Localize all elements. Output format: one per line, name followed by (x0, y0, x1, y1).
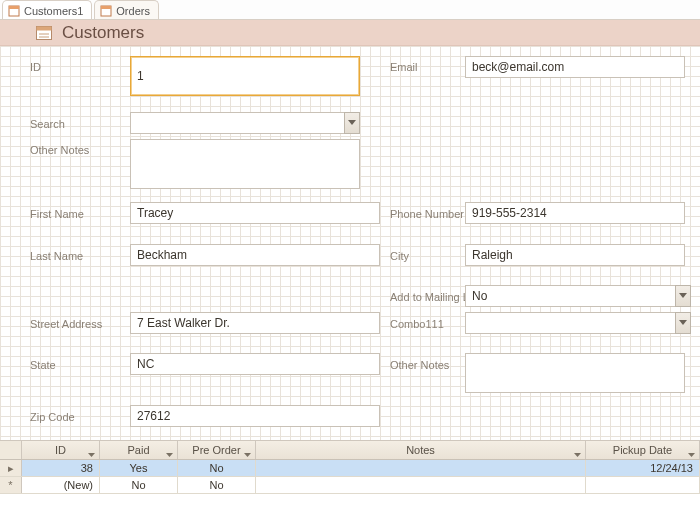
dropdown-button[interactable] (344, 112, 360, 134)
label-state: State (30, 359, 56, 371)
tab-label: Orders (116, 5, 150, 17)
col-preorder[interactable]: Pre Order (178, 441, 256, 459)
combo111-combo[interactable] (465, 312, 691, 334)
document-tabs: Customers1 Orders (0, 0, 700, 20)
label-combo111: Combo111 (390, 318, 444, 330)
label-lastname: Last Name (30, 250, 83, 262)
mailing-input[interactable] (465, 285, 675, 307)
row-selector-new[interactable]: * (0, 477, 22, 493)
cell-notes[interactable] (256, 460, 586, 476)
label-phone: Phone Number (390, 208, 464, 220)
col-paid[interactable]: Paid (100, 441, 178, 459)
cell-id[interactable]: (New) (22, 477, 100, 493)
svg-rect-3 (101, 6, 111, 9)
col-pickupdate[interactable]: Pickup Date (586, 441, 700, 459)
chevron-down-icon (688, 448, 695, 453)
label-email: Email (390, 61, 418, 73)
tab-customers[interactable]: Customers1 (2, 0, 92, 19)
label-street: Street Address (30, 318, 102, 330)
tab-orders[interactable]: Orders (94, 0, 159, 19)
cell-preorder[interactable]: No (178, 477, 256, 493)
search-input[interactable] (130, 112, 344, 134)
phone-field[interactable] (465, 202, 685, 224)
email-field[interactable] (465, 56, 685, 78)
cell-paid[interactable]: Yes (100, 460, 178, 476)
label-city: City (390, 250, 409, 262)
row-selector-current[interactable]: ▸ (0, 460, 22, 476)
col-notes[interactable]: Notes (256, 441, 586, 459)
chevron-down-icon (574, 448, 581, 453)
othernotes-right-field[interactable] (465, 353, 685, 393)
dropdown-button[interactable] (675, 312, 691, 334)
col-id[interactable]: ID (22, 441, 100, 459)
cell-paid[interactable]: No (100, 477, 178, 493)
table-row-new[interactable]: * (New) No No (0, 477, 700, 494)
select-all-cell[interactable] (0, 441, 22, 459)
label-id: ID (30, 61, 41, 73)
mailing-combo[interactable] (465, 285, 691, 307)
lastname-field[interactable] (130, 244, 380, 266)
chevron-down-icon (88, 448, 95, 453)
svg-rect-5 (37, 26, 52, 30)
cell-pickup[interactable]: 12/24/13 (586, 460, 700, 476)
cell-pickup[interactable] (586, 477, 700, 493)
street-field[interactable] (130, 312, 380, 334)
cell-preorder[interactable]: No (178, 460, 256, 476)
tab-label: Customers1 (24, 5, 83, 17)
cell-id[interactable]: 38 (22, 460, 100, 476)
firstname-field[interactable] (130, 202, 380, 224)
chevron-down-icon (166, 448, 173, 453)
form-icon (100, 5, 112, 17)
form-header: Customers (0, 20, 700, 46)
table-row[interactable]: ▸ 38 Yes No 12/24/13 (0, 460, 700, 477)
label-search: Search (30, 118, 65, 130)
subform-header: ID Paid Pre Order Notes Pickup Date (0, 441, 700, 460)
label-othernotes-left: Other Notes (30, 144, 89, 156)
combo111-input[interactable] (465, 312, 675, 334)
zip-field[interactable] (130, 405, 380, 427)
cell-notes[interactable] (256, 477, 586, 493)
label-firstname: First Name (30, 208, 84, 220)
form-header-icon (36, 26, 52, 40)
page-title: Customers (62, 23, 144, 43)
search-combo[interactable] (130, 112, 360, 134)
form-body: ID Search Other Notes First Name Last Na… (0, 46, 700, 441)
dropdown-button[interactable] (675, 285, 691, 307)
id-field[interactable] (130, 56, 360, 96)
svg-rect-1 (9, 6, 19, 9)
othernotes-left-field[interactable] (130, 139, 360, 189)
form-icon (8, 5, 20, 17)
label-othernotes-right: Other Notes (390, 359, 449, 371)
label-zip: Zip Code (30, 411, 75, 423)
orders-subform: ID Paid Pre Order Notes Pickup Date ▸ 38… (0, 441, 700, 521)
state-field[interactable] (130, 353, 380, 375)
chevron-down-icon (244, 448, 251, 453)
city-field[interactable] (465, 244, 685, 266)
